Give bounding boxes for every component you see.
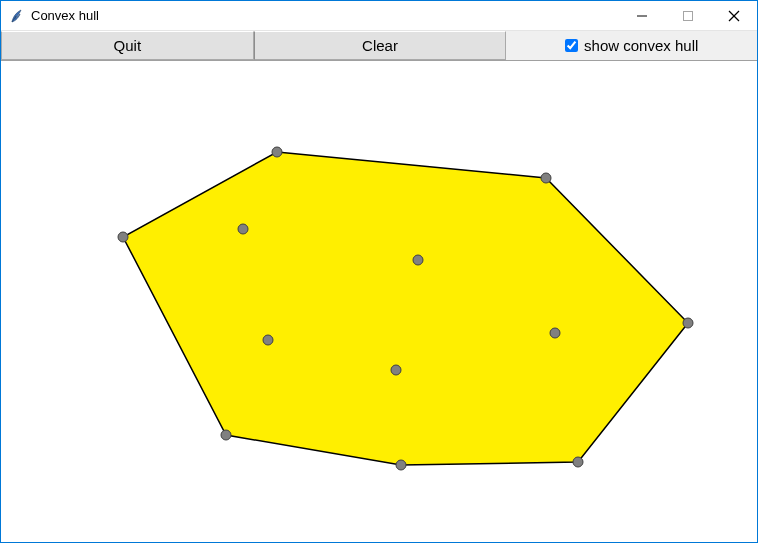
point [413, 255, 423, 265]
show-hull-toggle[interactable]: show convex hull [506, 31, 757, 60]
maximize-button[interactable] [665, 1, 711, 30]
point [391, 365, 401, 375]
point [118, 232, 128, 242]
window-controls [619, 1, 757, 30]
app-feather-icon [9, 8, 25, 24]
quit-button-label: Quit [114, 37, 142, 54]
quit-button[interactable]: Quit [1, 31, 254, 60]
point [573, 457, 583, 467]
hull-polygon [123, 152, 688, 465]
clear-button[interactable]: Clear [254, 31, 507, 60]
window-title: Convex hull [31, 8, 99, 23]
show-hull-label[interactable]: show convex hull [584, 37, 698, 54]
minimize-button[interactable] [619, 1, 665, 30]
point [263, 335, 273, 345]
point [396, 460, 406, 470]
canvas[interactable] [1, 61, 757, 542]
clear-button-label: Clear [362, 37, 398, 54]
show-hull-checkbox[interactable] [565, 39, 578, 52]
titlebar: Convex hull [1, 1, 757, 31]
hull-drawing [1, 61, 757, 543]
point [221, 430, 231, 440]
close-button[interactable] [711, 1, 757, 30]
toolbar: Quit Clear show convex hull [1, 31, 757, 61]
point [541, 173, 551, 183]
point [683, 318, 693, 328]
point [550, 328, 560, 338]
svg-rect-1 [684, 11, 693, 20]
point [272, 147, 282, 157]
point [238, 224, 248, 234]
